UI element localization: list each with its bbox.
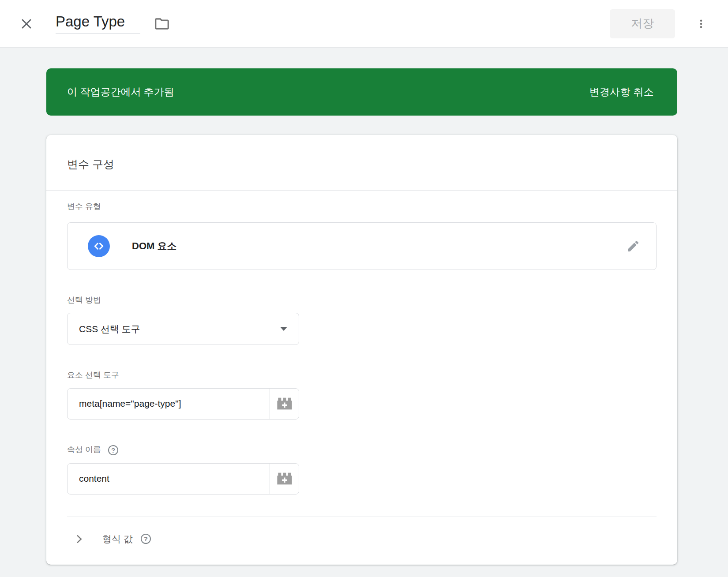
card-title: 변수 구성 (67, 157, 657, 172)
variable-brick-icon (276, 396, 293, 411)
dom-element-icon (88, 235, 110, 257)
variable-type-label: 변수 유형 (67, 202, 657, 212)
expand-chevron-icon (73, 533, 85, 545)
attribute-name-label: 속성 이름 (67, 445, 101, 455)
folder-icon (154, 15, 170, 32)
variable-name: Page Type (56, 13, 125, 30)
edit-variable-type-button[interactable] (626, 239, 640, 253)
more-menu-button[interactable] (695, 15, 707, 33)
attribute-name-input[interactable] (68, 464, 270, 494)
top-bar: Page Type 저장 (0, 0, 728, 48)
selection-method-select[interactable]: CSS 선택 도구 (67, 313, 299, 345)
card-body: 변수 유형 DOM 요소 선택 방법 CSS 선택 도구 (46, 191, 677, 565)
format-value-expander[interactable]: 형식 값 ? (67, 533, 657, 545)
insert-variable-button[interactable] (270, 389, 299, 419)
variable-brick-icon (276, 471, 293, 486)
attribute-name-field (67, 463, 299, 495)
section-divider (67, 517, 657, 517)
selection-method-label: 선택 방법 (67, 296, 657, 305)
save-button[interactable]: 저장 (610, 9, 675, 38)
variable-type-selector[interactable]: DOM 요소 (67, 222, 657, 270)
close-icon (19, 16, 34, 32)
workspace-change-banner: 이 작업공간에서 추가됨 변경사항 취소 (46, 68, 677, 116)
banner-message: 이 작업공간에서 추가됨 (67, 85, 174, 99)
attribute-name-help-icon[interactable]: ? (108, 445, 118, 455)
pencil-icon (626, 239, 640, 253)
card-header: 변수 구성 (46, 135, 677, 191)
element-selector-field (67, 388, 299, 420)
element-selector-input[interactable] (68, 389, 270, 419)
attribute-name-label-row: 속성 이름 ? (67, 445, 657, 455)
format-value-label: 형식 값 (102, 533, 133, 545)
folder-button[interactable] (154, 15, 170, 32)
variable-configuration-card: 변수 구성 변수 유형 DOM 요소 선택 방법 (46, 135, 677, 565)
page-content: 이 작업공간에서 추가됨 변경사항 취소 변수 구성 변수 유형 DOM 요소 (0, 48, 728, 565)
variable-type-value: DOM 요소 (132, 240, 176, 253)
selection-method-value: CSS 선택 도구 (79, 323, 280, 335)
dropdown-caret-icon (280, 327, 287, 331)
close-button[interactable] (19, 16, 34, 32)
insert-variable-button-2[interactable] (270, 464, 299, 494)
variable-name-input[interactable]: Page Type (56, 13, 140, 34)
element-selector-label: 요소 선택 도구 (67, 371, 657, 380)
discard-changes-button[interactable]: 변경사항 취소 (587, 85, 657, 99)
format-value-help-icon[interactable]: ? (141, 534, 151, 544)
kebab-menu-icon (695, 15, 707, 33)
